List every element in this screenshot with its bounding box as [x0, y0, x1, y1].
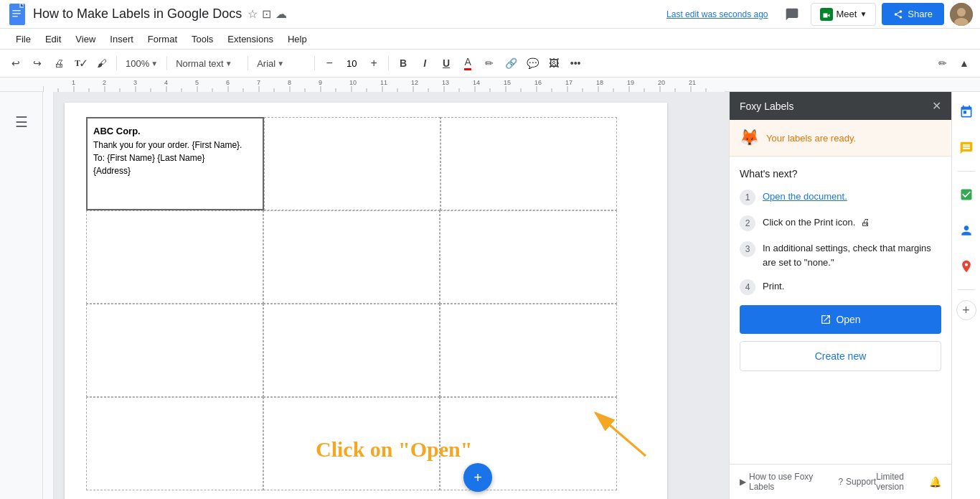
- rs-add-button[interactable]: +: [956, 300, 976, 320]
- rs-calendar-icon[interactable]: [953, 99, 979, 125]
- ruler-canvas: [43, 78, 725, 92]
- rs-check-icon[interactable]: [953, 182, 979, 207]
- font-size-input[interactable]: [341, 58, 362, 69]
- step-3-num: 3: [740, 241, 755, 257]
- print-button[interactable]: 🖨: [49, 53, 69, 73]
- last-edit-text[interactable]: Last edit was seconds ago: [666, 9, 768, 19]
- ready-text: Your labels are ready.: [766, 133, 856, 144]
- rs-maps-icon[interactable]: [953, 253, 979, 279]
- support-link[interactable]: ? Support: [838, 472, 876, 492]
- sep4: [314, 56, 315, 70]
- company-name: ABC Corp.: [93, 124, 257, 139]
- step-2-num: 2: [740, 215, 755, 231]
- menu-edit[interactable]: Edit: [39, 32, 67, 46]
- zoom-dropdown[interactable]: 100% ▼: [121, 53, 162, 73]
- help-icon: ?: [838, 477, 843, 487]
- style-dropdown[interactable]: Normal text ▼: [171, 53, 243, 73]
- spell-check-button[interactable]: 𝐓✓: [70, 53, 90, 73]
- print-icon: 🖨: [861, 217, 870, 228]
- panel-close-button[interactable]: ✕: [932, 99, 941, 113]
- play-icon: ▶: [740, 477, 746, 487]
- step-4-num: 4: [740, 279, 755, 295]
- doc-title: How to Make Labels in Google Docs: [33, 6, 242, 22]
- sep5: [388, 56, 389, 70]
- share-label: Share: [908, 9, 933, 19]
- step-2-label: Click on the Print icon.: [763, 217, 855, 228]
- text-color-button[interactable]: A: [458, 53, 478, 73]
- rs-sep1: [958, 171, 975, 172]
- step-1-num: 1: [740, 190, 755, 205]
- zoom-caret: ▼: [151, 60, 158, 67]
- outline-icon[interactable]: ☰: [15, 113, 28, 131]
- svg-rect-5: [12, 16, 18, 17]
- step-2: 2 Click on the Print icon. 🖨: [740, 215, 941, 231]
- label-cell-4-1: [86, 397, 263, 490]
- bell-icon[interactable]: 🔔: [929, 476, 941, 488]
- paint-format-button[interactable]: 🖌: [92, 53, 112, 73]
- label-cell-2-1: [86, 210, 263, 304]
- menu-extensions[interactable]: Extensions: [222, 32, 279, 46]
- step-3-text: In additional settings, check that margi…: [763, 241, 941, 269]
- svg-rect-3: [12, 10, 21, 11]
- share-button[interactable]: Share: [882, 3, 944, 25]
- star-icon[interactable]: ☆: [248, 7, 258, 21]
- font-size-decrease[interactable]: −: [319, 53, 339, 73]
- label-cell-3-1: [86, 304, 263, 397]
- rs-contacts-icon[interactable]: [953, 218, 979, 243]
- label-cell-2-3: [440, 210, 617, 304]
- comments-button[interactable]: [779, 1, 805, 27]
- menu-tools[interactable]: Tools: [186, 32, 219, 46]
- open-label: Open: [836, 314, 860, 325]
- menu-file[interactable]: File: [10, 32, 37, 46]
- avatar[interactable]: [950, 3, 973, 26]
- menu-view[interactable]: View: [70, 32, 101, 46]
- undo-button[interactable]: ↩: [6, 53, 26, 73]
- open-icon: [820, 314, 831, 325]
- underline-button[interactable]: U: [436, 53, 456, 73]
- create-label: Create new: [815, 350, 867, 362]
- how-to-link[interactable]: ▶ How to use Foxy Labels: [740, 472, 828, 492]
- add-floating-button[interactable]: +: [463, 463, 492, 492]
- sep3: [248, 56, 248, 70]
- bold-button[interactable]: B: [393, 53, 413, 73]
- step-1-text[interactable]: Open the document.: [763, 190, 847, 204]
- label-cell-1-2: [264, 117, 440, 210]
- sep1: [116, 56, 117, 70]
- doc-icon: [7, 1, 27, 27]
- style-value: Normal text: [176, 58, 223, 69]
- italic-button[interactable]: I: [415, 53, 435, 73]
- sep2: [166, 56, 167, 70]
- meet-caret: ▼: [859, 10, 867, 18]
- editing-mode-button[interactable]: ✏: [933, 53, 953, 73]
- link-button[interactable]: 🔗: [501, 53, 521, 73]
- svg-rect-4: [12, 13, 21, 14]
- image-button[interactable]: 🖼: [544, 53, 564, 73]
- cloud-icon[interactable]: ☁: [275, 7, 287, 21]
- caret-btn[interactable]: ▲: [954, 53, 974, 73]
- svg-point-8: [957, 8, 966, 17]
- more-button[interactable]: •••: [565, 53, 585, 73]
- menu-format[interactable]: Format: [142, 32, 183, 46]
- menu-help[interactable]: Help: [282, 32, 313, 46]
- font-dropdown[interactable]: Arial ▼: [253, 53, 310, 73]
- highlight-button[interactable]: ✏: [479, 53, 499, 73]
- folder-icon[interactable]: ⊡: [262, 7, 271, 21]
- redo-button[interactable]: ↪: [27, 53, 47, 73]
- meet-label: Meet: [836, 9, 857, 19]
- meet-button[interactable]: Meet ▼: [811, 3, 876, 26]
- whats-next-heading: What's next?: [740, 168, 941, 179]
- label-cell-4-2: [263, 397, 440, 490]
- label-grid: ABC Corp. Thank you for your order. {Fir…: [86, 117, 617, 490]
- step-2-text: Click on the Print icon. 🖨: [763, 215, 870, 230]
- label-cell-1-3: [440, 117, 617, 210]
- limited-version-text: Limited version: [876, 472, 929, 492]
- font-size-increase[interactable]: +: [364, 53, 384, 73]
- comment-button[interactable]: 💬: [522, 53, 542, 73]
- create-new-button[interactable]: Create new: [740, 341, 941, 371]
- fox-icon: 🦊: [740, 129, 759, 147]
- label-cell-3-2: [263, 304, 440, 397]
- open-button[interactable]: Open: [740, 305, 941, 334]
- menu-insert[interactable]: Insert: [104, 32, 139, 46]
- label-cell-2-2: [263, 210, 440, 304]
- rs-chat-icon[interactable]: [953, 135, 979, 161]
